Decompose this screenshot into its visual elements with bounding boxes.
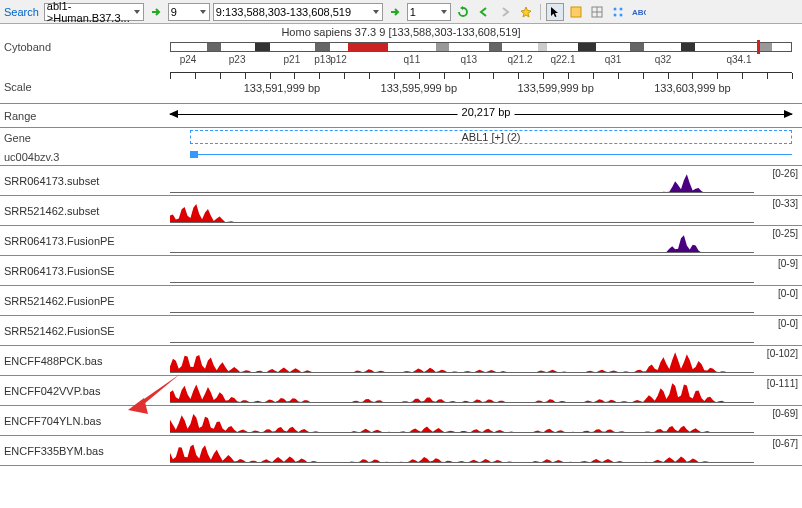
track-label: SRR064173.FusionPE: [0, 235, 170, 247]
back-icon[interactable]: [475, 3, 493, 21]
track-data[interactable]: [170, 379, 754, 403]
go-arrow-icon[interactable]: [147, 3, 165, 21]
band-label: p12: [329, 54, 348, 68]
track-axis: [170, 192, 754, 193]
track-row: SRR064173.FusionSE[0-9]: [0, 256, 802, 286]
config-icon[interactable]: [609, 3, 627, 21]
svg-point-6: [613, 13, 616, 16]
cytoband-row: Cytoband Homo sapiens 37.3 9 [133,588,30…: [0, 24, 802, 70]
scale-tick-label: 133,595,999 bp: [381, 82, 457, 94]
band-g50[interactable]: [760, 43, 772, 51]
band-g25[interactable]: [538, 43, 547, 51]
band-q21.2[interactable]: [502, 43, 538, 51]
track-data[interactable]: [170, 259, 754, 283]
band-label: [538, 54, 547, 68]
band-p13[interactable]: [315, 43, 330, 51]
intron-line[interactable]: [194, 154, 792, 156]
band-g100[interactable]: [681, 43, 695, 51]
cytoband-label: Cytoband: [0, 41, 170, 53]
scale-axis: [170, 72, 792, 82]
band-g75[interactable]: [630, 43, 644, 51]
band-label: [761, 54, 773, 68]
main-view: Cytoband Homo sapiens 37.3 9 [133,588,30…: [0, 24, 802, 466]
band-label: p23: [220, 54, 254, 68]
range-span: 20,217 bp: [458, 106, 515, 118]
track-label: SRR064173.subset: [0, 175, 170, 187]
band-p23[interactable]: [221, 43, 254, 51]
svg-point-7: [619, 13, 622, 16]
go-arrow-icon-2[interactable]: [386, 3, 404, 21]
track-label: SRR521462.subset: [0, 205, 170, 217]
bookmark-icon[interactable]: [517, 3, 535, 21]
track-data[interactable]: [170, 289, 754, 313]
track-data[interactable]: [170, 169, 754, 193]
track-row: ENCFF335BYM.bas[0-67]: [0, 436, 802, 466]
band-q11[interactable]: [388, 43, 436, 51]
track-row: SRR521462.subset[0-33]: [0, 196, 802, 226]
band-q13[interactable]: [449, 43, 489, 51]
track-data[interactable]: [170, 229, 754, 253]
band-p24[interactable]: [171, 43, 207, 51]
band-acen[interactable]: [368, 43, 388, 51]
track-data[interactable]: [170, 319, 754, 343]
annotation-arrow-icon: [120, 368, 190, 420]
band-q31[interactable]: [596, 43, 630, 51]
track-axis: [170, 432, 754, 433]
band-g75[interactable]: [489, 43, 502, 51]
scale-labels: 133,591,999 bp133,595,999 bp133,599,999 …: [170, 82, 792, 96]
track-data[interactable]: [170, 439, 754, 463]
band-label: p13: [314, 54, 329, 68]
band-acen[interactable]: [348, 43, 368, 51]
band-label: [436, 54, 448, 68]
band-g50[interactable]: [436, 43, 448, 51]
track-axis: [170, 312, 754, 313]
range-row: Range 20,217 bp: [0, 104, 802, 128]
band-q22.1[interactable]: [547, 43, 578, 51]
range-label: Range: [0, 110, 170, 122]
position-indicator: [757, 40, 760, 54]
track-data[interactable]: [170, 409, 754, 433]
chrom-combo[interactable]: 9: [168, 3, 210, 21]
location-combo[interactable]: 9:133,588,303-133,608,519: [213, 3, 383, 21]
cursor-icon[interactable]: [546, 3, 564, 21]
track-label: SRR064173.FusionSE: [0, 265, 170, 277]
grid-icon[interactable]: [588, 3, 606, 21]
scale-row: Scale 133,591,999 bp133,595,999 bp133,59…: [0, 70, 802, 104]
track-axis: [170, 372, 754, 373]
track-y-range: [0-25]: [772, 228, 798, 239]
select-region-icon[interactable]: [567, 3, 585, 21]
track-data[interactable]: [170, 199, 754, 223]
track-data[interactable]: [170, 349, 754, 373]
cytoband-title: Homo sapiens 37.3 9 [133,588,303-133,608…: [281, 26, 520, 38]
ideogram[interactable]: [170, 42, 792, 52]
transcript-label: uc004bzv.3: [0, 151, 170, 163]
gene-label: Gene: [0, 132, 170, 144]
band-label: q22.1: [547, 54, 578, 68]
band-q32[interactable]: [644, 43, 681, 51]
text-label-icon[interactable]: ABC: [630, 3, 648, 21]
refresh-icon[interactable]: [454, 3, 472, 21]
gene-annotation[interactable]: ABL1 [+] (2): [190, 130, 792, 144]
band-g100[interactable]: [578, 43, 595, 51]
step-combo[interactable]: 1: [407, 3, 451, 21]
band-g75[interactable]: [207, 43, 221, 51]
band-q34.1[interactable]: [716, 43, 759, 51]
band-g100[interactable]: [255, 43, 271, 51]
band-label: q21.2: [502, 54, 538, 68]
track-row: SRR521462.FusionPE[0-0]: [0, 286, 802, 316]
search-combo[interactable]: abl1->Human.B37.3...: [44, 3, 144, 21]
band-label: [206, 54, 220, 68]
track-label: ENCFF488PCK.bas: [0, 355, 170, 367]
track-label: SRR521462.FusionPE: [0, 295, 170, 307]
band-p12[interactable]: [330, 43, 349, 51]
track-y-range: [0-67]: [772, 438, 798, 449]
band-label: [695, 54, 717, 68]
band-p21[interactable]: [270, 43, 315, 51]
band-label: q11: [388, 54, 437, 68]
band-gneg[interactable]: [695, 43, 717, 51]
track-axis: [170, 462, 754, 463]
band-label: [630, 54, 644, 68]
band-label: [773, 54, 792, 68]
scale-tick-label: 133,591,999 bp: [244, 82, 320, 94]
band-gneg[interactable]: [772, 43, 791, 51]
